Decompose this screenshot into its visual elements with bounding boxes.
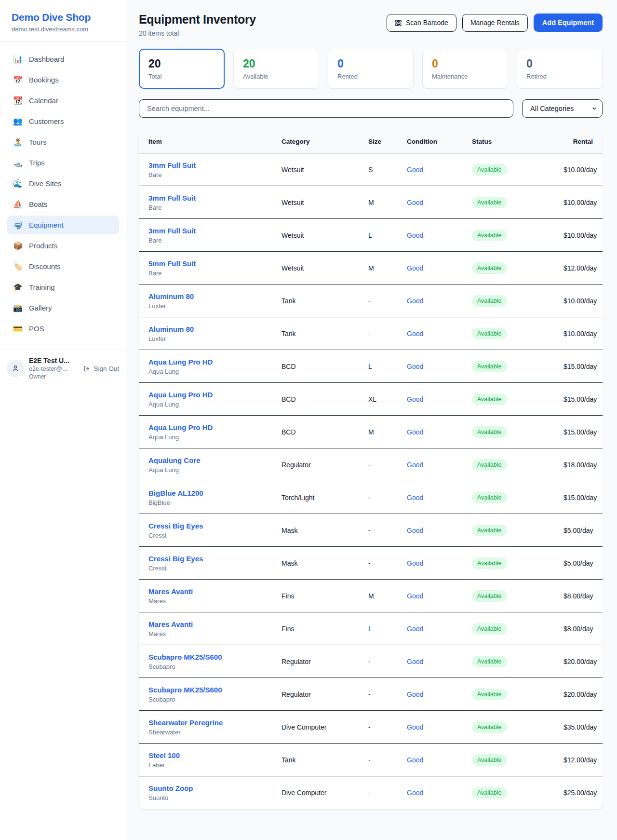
condition-link[interactable]: Good <box>407 363 423 370</box>
brand-block: Demo Dive Shop demo.test.divestreams.com <box>0 0 126 42</box>
table-row: Scubapro MK25/S600 Scubapro Regulator - … <box>139 678 603 711</box>
equipment-name-link[interactable]: Aqua Lung Pro HD <box>148 391 213 399</box>
size-cell: L <box>368 231 407 239</box>
equipment-name-link[interactable]: Scubapro MK25/S600 <box>148 686 222 694</box>
size-cell: M <box>368 199 407 206</box>
stat-card[interactable]: 0 Maintenance <box>422 49 508 89</box>
sidebar-item-equipment[interactable]: 🤿 Equipment <box>7 216 119 234</box>
table-row: Aluminum 80 Luxfer Tank - Good Available… <box>139 285 603 317</box>
condition-link[interactable]: Good <box>407 199 423 206</box>
status-badge: Available <box>472 525 507 536</box>
add-equipment-label: Add Equipment <box>542 19 594 27</box>
equipment-brand: Mares <box>148 597 282 605</box>
table-row: Mares Avanti Mares Fins L Good Available… <box>139 612 603 645</box>
equipment-brand: Bare <box>148 270 282 277</box>
status-badge: Available <box>472 721 507 733</box>
page-subtitle: 20 items total <box>139 29 256 37</box>
equipment-name-link[interactable]: Aqua Lung Pro HD <box>148 358 213 366</box>
equipment-name-link[interactable]: BigBlue AL1200 <box>148 489 203 497</box>
table-row: Steel 100 Faber Tank - Good Available $1… <box>139 744 603 776</box>
equipment-name-link[interactable]: Aluminum 80 <box>148 325 194 333</box>
category-cell: Wetsuit <box>282 264 368 272</box>
condition-link[interactable]: Good <box>407 297 423 305</box>
sidebar-item-tours[interactable]: 🏝️ Tours <box>7 133 119 151</box>
sidebar-item-discounts[interactable]: 🏷️ Discounts <box>7 257 119 276</box>
manage-rentals-button[interactable]: Manage Rentals <box>462 14 528 32</box>
sidebar-item-trips[interactable]: 🛥️ Trips <box>7 153 119 172</box>
condition-link[interactable]: Good <box>407 658 423 665</box>
stat-card[interactable]: 20 Total <box>139 49 225 89</box>
condition-link[interactable]: Good <box>407 625 423 633</box>
category-cell: Mask <box>282 527 368 534</box>
rental-cell: $10.00/day <box>563 231 597 239</box>
equipment-name-link[interactable]: Scubapro MK25/S600 <box>148 653 222 661</box>
equipment-name-link[interactable]: Aqualung Core <box>148 456 201 464</box>
equipment-name-link[interactable]: Mares Avanti <box>148 587 193 596</box>
rental-cell: $12.00/day <box>563 264 597 272</box>
stat-card[interactable]: 0 Rented <box>328 49 414 89</box>
equipment-name-link[interactable]: Mares Avanti <box>148 620 193 628</box>
page-header: Equipment Inventory 20 items total Scan … <box>139 13 603 37</box>
condition-link[interactable]: Good <box>407 166 423 174</box>
condition-link[interactable]: Good <box>407 395 423 403</box>
condition-link[interactable]: Good <box>407 428 423 436</box>
equipment-name-link[interactable]: 5mm Full Suit <box>148 259 196 268</box>
equipment-name-link[interactable]: 3mm Full Suit <box>148 194 196 202</box>
equipment-name-link[interactable]: Cressi Big Eyes <box>148 522 203 530</box>
equipment-name-link[interactable]: Aqua Lung Pro HD <box>148 423 213 432</box>
col-header-condition: Condition <box>407 138 472 145</box>
sidebar-item-boats[interactable]: ⛵ Boats <box>7 195 119 214</box>
search-input[interactable] <box>139 99 513 118</box>
category-cell: Tank <box>282 297 368 305</box>
stat-label: Rented <box>337 73 404 80</box>
condition-link[interactable]: Good <box>407 231 423 239</box>
equipment-name-link[interactable]: Aluminum 80 <box>148 292 194 300</box>
page-title: Equipment Inventory <box>139 13 256 27</box>
condition-link[interactable]: Good <box>407 527 423 534</box>
equipment-name-link[interactable]: Steel 100 <box>148 751 180 759</box>
status-badge: Available <box>472 328 507 339</box>
category-select[interactable]: All Categories <box>522 99 603 118</box>
size-cell: - <box>368 461 407 469</box>
sidebar-item-gallery[interactable]: 📸 Gallery <box>7 298 119 317</box>
equipment-name-link[interactable]: Suunto Zoop <box>148 784 193 792</box>
sidebar-item-products[interactable]: 📦 Products <box>7 236 119 255</box>
sidebar-item-label: Equipment <box>29 221 64 229</box>
table-row: Cressi Big Eyes Cressi Mask - Good Avail… <box>139 514 603 547</box>
condition-link[interactable]: Good <box>407 756 423 764</box>
scan-barcode-button[interactable]: Scan Barcode <box>387 14 456 32</box>
size-cell: - <box>368 330 407 338</box>
sidebar-item-label: Gallery <box>29 304 52 312</box>
sidebar-item-bookings[interactable]: 📅 Bookings <box>7 70 119 89</box>
condition-link[interactable]: Good <box>407 789 423 797</box>
equipment-name-link[interactable]: 3mm Full Suit <box>148 227 196 235</box>
stat-card[interactable]: 20 Available <box>233 49 319 89</box>
sidebar-item-dashboard[interactable]: 📊 Dashboard <box>7 50 119 68</box>
equipment-brand: Shearwater <box>148 729 282 736</box>
equipment-name-link[interactable]: 3mm Full Suit <box>148 161 196 169</box>
sidebar-item-customers[interactable]: 👥 Customers <box>7 112 119 131</box>
condition-link[interactable]: Good <box>407 330 423 338</box>
condition-link[interactable]: Good <box>407 723 423 731</box>
sidebar-item-calendar[interactable]: 📆 Calendar <box>7 91 119 110</box>
add-equipment-button[interactable]: Add Equipment <box>534 14 603 32</box>
condition-link[interactable]: Good <box>407 559 423 567</box>
condition-link[interactable]: Good <box>407 592 423 600</box>
sidebar-item-pos[interactable]: 💳 POS <box>7 319 119 338</box>
avatar <box>7 360 24 377</box>
sidebar-item-training[interactable]: 🎓 Training <box>7 278 119 297</box>
table-row: Scubapro MK25/S600 Scubapro Regulator - … <box>139 645 603 678</box>
condition-link[interactable]: Good <box>407 494 423 501</box>
equipment-name-link[interactable]: Cressi Big Eyes <box>148 555 203 563</box>
category-cell: Wetsuit <box>282 231 368 239</box>
condition-link[interactable]: Good <box>407 691 423 698</box>
condition-link[interactable]: Good <box>407 264 423 272</box>
stat-card[interactable]: 0 Retired <box>517 49 603 89</box>
size-cell: XL <box>368 395 407 403</box>
equipment-name-link[interactable]: Shearwater Peregrine <box>148 718 223 727</box>
sidebar-item-dive-sites[interactable]: 🌊 Dive Sites <box>7 174 119 193</box>
sign-out-button[interactable]: Sign Out <box>83 365 119 372</box>
condition-link[interactable]: Good <box>407 461 423 469</box>
status-badge: Available <box>472 262 507 274</box>
stat-value: 0 <box>526 57 593 70</box>
